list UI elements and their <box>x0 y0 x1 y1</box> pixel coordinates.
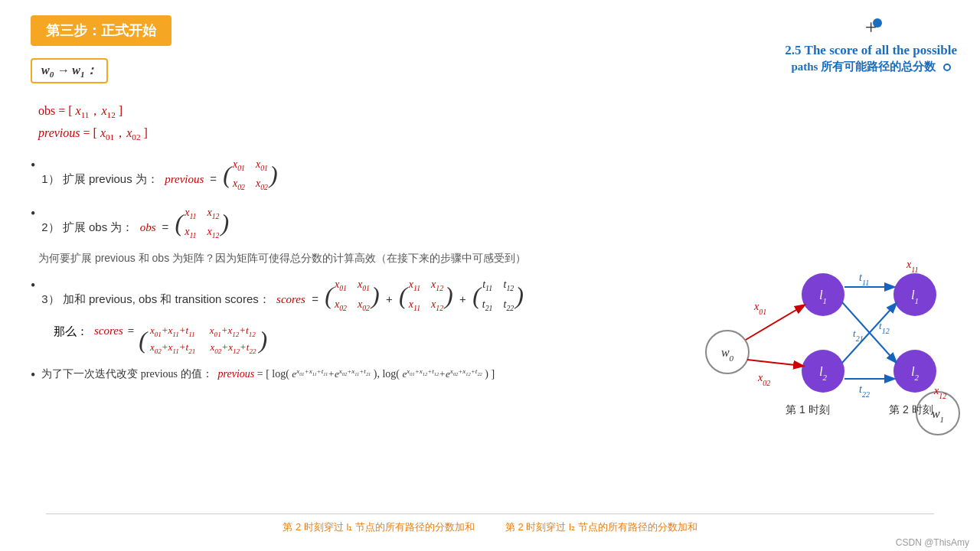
svg-line-14 <box>747 360 802 366</box>
matrix-2: ( x11 x12 x11 x12 ) <box>175 204 230 242</box>
footer-bar: 第 2 时刻穿过 l₁ 节点的所有路径的分数加和 第 2 时刻穿过 l₂ 节点的… <box>46 514 934 534</box>
svg-point-4 <box>802 350 844 393</box>
matrix-1: ( x01 x01 x02 x02 ) <box>223 156 277 194</box>
svg-text:t11: t11 <box>859 272 869 287</box>
svg-text:x11: x11 <box>906 259 918 274</box>
bullet-2-content: 2） 扩展 obs 为： obs = ( x11 x12 x11 x12 ) <box>41 204 229 242</box>
matrix-3a: ( x01 x01 x02 x02 ) <box>325 276 379 314</box>
matrix-result: ( x01+x11+t11 x01+x12+t12 x02+x11+t21 x0… <box>139 324 267 354</box>
bullet-dot-1: • <box>31 156 35 175</box>
svg-point-6 <box>893 273 936 316</box>
obs-line: obs = [ x11，x12 ] <box>38 103 720 119</box>
footer-l2: 第 2 时刻穿过 l₂ 节点的所有路径的分数加和 <box>505 520 697 534</box>
svg-text:x01: x01 <box>753 301 766 316</box>
bullet-3: • 3） 加和 previous, obs 和 transition score… <box>31 276 720 314</box>
explain-text: 为何要扩展 previous 和 obs 为矩阵？因为矩阵可使得总分数的计算高效… <box>38 252 720 266</box>
circle-icon <box>943 64 951 71</box>
bullet-1-content: 1） 扩展 previous 为： previous = ( x01 x01 x… <box>41 156 277 194</box>
bullet-dot-3: • <box>31 276 35 295</box>
dot-icon <box>873 18 882 28</box>
bullet-dot-4: • <box>31 366 35 385</box>
svg-point-8 <box>893 350 936 393</box>
svg-text:第 1 时刻: 第 1 时刻 <box>786 403 830 416</box>
prev-line: previous = [ x01，x02 ] <box>38 126 720 142</box>
matrix-3c: ( t11 t12 t21 t22 ) <box>472 276 524 314</box>
bullet-3-content: 3） 加和 previous, obs 和 transition scores：… <box>41 276 524 314</box>
formula-1: previous <box>165 173 207 185</box>
watermark: CSDN @ThisAmy <box>896 537 969 548</box>
content-area: 第三步：正式开始 w0 → w1： obs = [ x11，x12 ] prev… <box>31 15 720 385</box>
matrix-3b: ( x11 x12 x11 x12 ) <box>399 276 453 314</box>
footer-l1: 第 2 时刻穿过 l₁ 节点的所有路径的分数加和 <box>283 520 475 534</box>
bullet-2: • 2） 扩展 obs 为： obs = ( x11 x12 x11 x12 <box>31 204 720 242</box>
bullet-1: • 1） 扩展 previous 为： previous = ( x01 x01… <box>31 156 720 194</box>
w-transition-badge: w0 → w1： <box>31 58 108 83</box>
svg-text:t12: t12 <box>879 320 890 335</box>
svg-text:t22: t22 <box>859 383 870 399</box>
step-header: 第三步：正式开始 <box>31 15 172 46</box>
svg-text:第 2 时刻: 第 2 时刻 <box>889 403 933 416</box>
top-heading-line2: paths 所有可能路径的总分数 <box>785 60 957 74</box>
top-right-annotation: + 2.5 The score of all the possible path… <box>785 15 957 74</box>
top-heading-line1: 2.5 The score of all the possible <box>785 41 957 60</box>
graph-area: w0 l1 l2 l1 l2 w1 x01 x02 <box>681 176 965 436</box>
bullet-4: • 为了下一次迭代改变 previous 的值： previous = [ lo… <box>31 366 720 385</box>
svg-text:t21: t21 <box>853 328 864 343</box>
slide: + 2.5 The score of all the possible path… <box>0 0 980 551</box>
bullet-dot-2: • <box>31 204 35 223</box>
namethen-line: 那么： scores = ( x01+x11+t11 x01+x12+t12 x… <box>54 324 720 354</box>
bullet-4-content: 为了下一次迭代改变 previous 的值： previous = [ log(… <box>41 366 495 383</box>
graph-svg: w0 l1 l2 l1 l2 w1 x01 x02 <box>681 176 965 436</box>
svg-point-2 <box>802 273 844 316</box>
svg-text:x02: x02 <box>757 372 770 387</box>
